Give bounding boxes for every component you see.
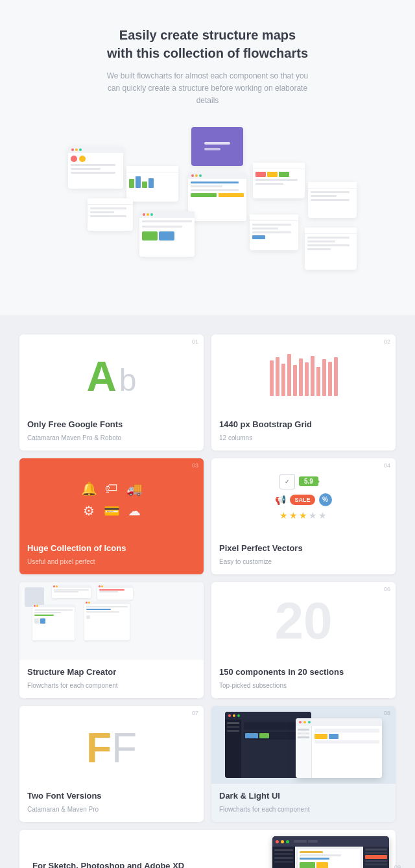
darkui-preview: 08 [211, 706, 396, 784]
feature-card-sketch: For Sketch, Photoshop and Adobe XD [19, 830, 396, 868]
twenty-desc: Top-picked subsections [219, 681, 388, 690]
sketch-preview [272, 830, 396, 868]
typography-desc: Catamaran Maven Pro & Roboto [27, 433, 196, 443]
sketch-text-area: For Sketch, Photoshop and Adobe XD [19, 850, 272, 868]
bell-icon: 🔔 [81, 481, 97, 497]
fc-card-4 [253, 163, 305, 198]
flowchart-diagram [13, 127, 402, 296]
vectors-preview: 04 ✓ 5.9 📢 SALE % ★ ★ ★ [211, 458, 396, 536]
feature-card-vectors: 04 ✓ 5.9 📢 SALE % ★ ★ ★ [211, 458, 396, 574]
features-section: 01 A b Only Free Google Fonts Catamaran … [0, 315, 415, 868]
card-num-2: 02 [384, 338, 390, 345]
feature-card-grid: 02 [211, 334, 396, 451]
card-icon: 💳 [104, 503, 120, 519]
hero-subtitle: We built flowcharts for almost each comp… [104, 70, 311, 108]
typo-A: A [87, 356, 117, 397]
grid-preview: 02 [211, 334, 396, 412]
icons-grid: 🔔 🏷 🚚 ⚙ 💳 ☁ [71, 469, 152, 525]
star-1: ★ [279, 510, 288, 521]
grid-lines [270, 351, 338, 396]
vec-version-tag: 5.9 [299, 476, 318, 486]
darkui-text: Dark & Light UI Flowcharts for each comp… [211, 784, 396, 822]
star-4: ★ [309, 510, 317, 521]
twenty-preview: 06 20 [211, 582, 396, 660]
twenty-text: 150 components in 20 sections Top-picked… [211, 660, 396, 698]
icons-title: Huge Collection of Icons [27, 543, 196, 554]
sketch-num: 09 [394, 864, 396, 868]
icons-text: Huge Collection of Icons Useful and pixe… [19, 536, 204, 574]
fc-card-1 [68, 147, 123, 189]
vectors-title: Pixel Perfect Vectors [219, 543, 388, 554]
vectors-row1: ✓ 5.9 [279, 474, 327, 489]
fc-card-5 [308, 182, 357, 218]
fonts-desc: Catamaran & Maven Pro [27, 804, 196, 814]
truck-icon: 🚚 [126, 481, 143, 497]
grid-visual [260, 334, 348, 412]
card-num-3: 03 [192, 462, 198, 469]
star-3: ★ [299, 510, 307, 521]
hero-title: Easily create structure maps with this c… [13, 26, 402, 62]
star-5: ★ [318, 510, 327, 521]
fc-card-header [191, 127, 243, 166]
twenty-title: 150 components in 20 sections [219, 666, 388, 678]
sketch-title: For Sketch, Photoshop and Adobe XD [32, 860, 259, 868]
grid-text: 1440 px Bootstrap Grid 12 columns [211, 412, 396, 451]
typo-b: b [119, 365, 137, 396]
vectors-desc: Easy to customize [219, 557, 388, 567]
fc-card-9 [305, 228, 357, 270]
feature-card-darkui: 08 [211, 706, 396, 822]
card-num-7: 07 [192, 710, 198, 716]
darkui-desc: Flowcharts for each component [219, 804, 388, 814]
fonts-text: Two Font Versions Catamaran & Maven Pro [19, 784, 204, 822]
vec-sale-badge: SALE [290, 495, 314, 505]
fc-card-3 [188, 172, 246, 221]
fonts-preview: 07 F F [19, 706, 204, 784]
vec-checkbox: ✓ [279, 474, 295, 489]
card-num-8: 08 [384, 710, 390, 716]
twenty-number: 20 [275, 595, 333, 647]
card-num-1: 01 [192, 338, 198, 345]
fonts-visual: F F [77, 714, 147, 775]
cloud-icon: ☁ [128, 503, 141, 519]
fonts-title: Two Font Versions [27, 790, 196, 802]
typography-title: Only Free Google Fonts [27, 419, 196, 430]
settings-icon: ⚙ [83, 503, 95, 519]
star-2: ★ [289, 510, 298, 521]
icons-desc: Useful and pixel perfect [27, 557, 196, 567]
grid-desc: 12 columns [219, 433, 388, 443]
features-grid: 01 A b Only Free Google Fonts Catamaran … [19, 334, 396, 823]
darkui-title: Dark & Light UI [219, 790, 388, 802]
tag-icon: 🏷 [105, 481, 118, 496]
card-num-4: 04 [384, 462, 390, 469]
icons-preview: 03 🔔 🏷 🚚 ⚙ 💳 ☁ [19, 458, 204, 536]
fc-card-7 [139, 211, 195, 257]
vec-percent-badge: % [319, 493, 332, 506]
card-num-6: 06 [384, 586, 390, 592]
hero-section: Easily create structure maps with this c… [0, 0, 415, 315]
typography-preview: 01 A b [19, 334, 204, 412]
structure-desc: Flowcharts for each component [27, 681, 196, 690]
feature-card-fonts: 07 F F Two Font Versions Catamaran & Mav… [19, 706, 204, 822]
typography-text: Only Free Google Fonts Catamaran Maven P… [19, 412, 204, 451]
fc-card-6 [88, 198, 133, 231]
font-F-gray: F [112, 727, 137, 769]
feature-card-icons: 03 🔔 🏷 🚚 ⚙ 💳 ☁ Huge Collection of Icons … [19, 458, 204, 574]
fc-card-2 [126, 166, 178, 202]
typography-letters: A b [77, 343, 147, 404]
vec-stars: ★ ★ ★ ★ ★ [279, 510, 327, 521]
feature-card-structure: 05 [19, 582, 204, 698]
fc-card-8 [250, 215, 298, 250]
vectors-row2: 📢 SALE % [275, 493, 331, 506]
feature-card-typography: 01 A b Only Free Google Fonts Catamaran … [19, 334, 204, 451]
structure-text: Structure Map Creator Flowcharts for eac… [19, 660, 204, 698]
structure-title: Structure Map Creator [27, 666, 196, 678]
vectors-text: Pixel Perfect Vectors Easy to customize [211, 536, 396, 574]
structure-preview: 05 [19, 582, 204, 660]
font-F-yellow: F [86, 727, 112, 769]
feature-card-twenty: 06 20 150 components in 20 sections Top-… [211, 582, 396, 698]
vectors-visual: ✓ 5.9 📢 SALE % ★ ★ ★ ★ ★ [268, 458, 338, 536]
twenty-visual: 20 [275, 582, 333, 660]
grid-title: 1440 px Bootstrap Grid [219, 419, 388, 430]
